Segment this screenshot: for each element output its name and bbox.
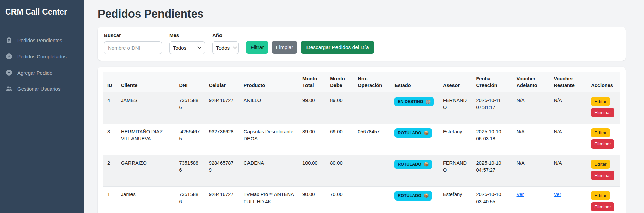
cell-monto-total: 100.00 bbox=[298, 155, 326, 187]
cell-monto-total: 99.00 bbox=[298, 92, 326, 124]
column-header-asesor: Asesor bbox=[439, 72, 472, 92]
cell-fecha: 2025-10-10 03:40:55 bbox=[472, 187, 512, 213]
edit-button[interactable]: Editar bbox=[591, 191, 610, 200]
cell-producto: ANILLO bbox=[240, 92, 299, 124]
cell-celular: 9284657879 bbox=[205, 155, 240, 187]
cell-id: 2 bbox=[103, 155, 117, 187]
edit-button[interactable]: Editar bbox=[591, 97, 610, 106]
clipboard-icon bbox=[6, 37, 12, 43]
filter-buttons: Filtrar Limpiar Descargar Pedidos del Dí… bbox=[246, 41, 374, 54]
cell-asesor: FERNANDO bbox=[439, 92, 472, 124]
delete-button[interactable]: Eliminar bbox=[591, 108, 614, 117]
year-select[interactable]: Todos bbox=[212, 41, 239, 54]
sidebar-item-pedidos-pendientes[interactable]: Pedidos Pendientes bbox=[0, 33, 84, 47]
delete-button[interactable]: Eliminar bbox=[591, 171, 614, 180]
edit-button[interactable]: Editar bbox=[591, 160, 610, 169]
cell-acciones: EditarEliminar bbox=[587, 124, 620, 155]
table-row: 3HERMITAÑO DIAZ VILLANUEVA:4256467593273… bbox=[103, 124, 620, 155]
app-root: CRM Call Center Pedidos Pendientes Pedid… bbox=[0, 0, 644, 213]
cell-estado: ROTULADO📦 bbox=[390, 187, 439, 213]
table-row: 2GARRAIZO735158869284657879CADENA100.008… bbox=[103, 155, 620, 187]
column-header-fecha-creación: Fecha Creación bbox=[472, 72, 512, 92]
delete-button[interactable]: Eliminar bbox=[591, 139, 614, 149]
cell-nro-operacion bbox=[354, 155, 390, 187]
cell-fecha: 2025-10-10 06:03:18 bbox=[472, 124, 512, 155]
voucher-adelanto-link[interactable]: Ver bbox=[517, 192, 524, 197]
status-icon: 📦 bbox=[423, 161, 429, 167]
search-field-group: Buscar bbox=[104, 32, 162, 54]
status-icon: 📦 bbox=[423, 130, 429, 136]
cell-fecha: 2025-10-10 04:57:27 bbox=[472, 155, 512, 187]
chevron-down-icon bbox=[233, 46, 237, 50]
column-header-monto-debe: Monto Debe bbox=[326, 72, 354, 92]
orders-table: IDClienteDNICelularProductoMonto TotalMo… bbox=[103, 72, 620, 213]
filter-button[interactable]: Filtrar bbox=[246, 41, 268, 54]
column-header-id: ID bbox=[103, 72, 117, 92]
cell-monto-total: 89.00 bbox=[298, 124, 326, 155]
month-label: Mes bbox=[169, 32, 205, 38]
edit-button[interactable]: Editar bbox=[591, 128, 610, 137]
column-header-estado: Estado bbox=[390, 72, 439, 92]
cell-voucher-adelanto: N/A bbox=[513, 92, 550, 124]
column-header-dni: DNI bbox=[175, 72, 205, 92]
cell-estado: ROTULADO📦 bbox=[390, 124, 439, 155]
column-header-acciones: Acciones bbox=[587, 72, 620, 92]
delete-button[interactable]: Eliminar bbox=[591, 202, 614, 211]
status-badge: ROTULADO📦 bbox=[394, 191, 432, 201]
download-orders-button[interactable]: Descargar Pedidos del Día bbox=[301, 41, 374, 54]
cell-voucher-adelanto: N/A bbox=[513, 124, 550, 155]
cell-fecha: 2025-10-11 07:31:17 bbox=[472, 92, 512, 124]
status-badge: ROTULADO📦 bbox=[394, 128, 432, 138]
column-header-voucher-adelanto: Voucher Adelanto bbox=[513, 72, 550, 92]
cell-cliente: JAMES bbox=[117, 92, 175, 124]
status-label: ROTULADO bbox=[398, 193, 421, 199]
sidebar-item-gestionar-usuarios[interactable]: Gestionar Usuarios bbox=[0, 82, 84, 96]
column-header-celular: Celular bbox=[205, 72, 240, 92]
cell-cliente: GARRAIZO bbox=[117, 155, 175, 187]
column-header-cliente: Cliente bbox=[117, 72, 175, 92]
table-row: 1James73515886928416727TVMax Pro™ ANTENA… bbox=[103, 187, 620, 213]
users-icon bbox=[6, 86, 12, 92]
cell-cliente: HERMITAÑO DIAZ VILLANUEVA bbox=[117, 124, 175, 155]
chevron-down-icon bbox=[197, 46, 201, 50]
voucher-restante-link[interactable]: Ver bbox=[554, 192, 561, 197]
column-header-voucher-restante: Voucher Restante bbox=[550, 72, 587, 92]
search-label: Buscar bbox=[104, 32, 162, 38]
cell-id: 3 bbox=[103, 124, 117, 155]
sidebar: CRM Call Center Pedidos Pendientes Pedid… bbox=[0, 0, 84, 213]
table-header: IDClienteDNICelularProductoMonto TotalMo… bbox=[103, 72, 620, 92]
check-circle-icon bbox=[6, 53, 12, 59]
cell-voucher-restante: N/A bbox=[550, 155, 587, 187]
year-field-group: Año Todos bbox=[212, 32, 239, 54]
month-select[interactable]: Todos bbox=[169, 41, 205, 54]
cell-voucher-adelanto: N/A bbox=[513, 155, 550, 187]
cell-estado: EN DESTINO🏬 bbox=[390, 92, 439, 124]
table-row: 4JAMES73515886928416727ANILLO99.0089.00E… bbox=[103, 92, 620, 124]
cell-acciones: EditarEliminar bbox=[587, 155, 620, 187]
cell-id: 4 bbox=[103, 92, 117, 124]
page-title: Pedidos Pendientes bbox=[98, 7, 626, 20]
search-input[interactable] bbox=[104, 41, 162, 54]
status-badge: ROTULADO📦 bbox=[394, 160, 432, 169]
cell-monto-debe: 80.00 bbox=[326, 155, 354, 187]
status-label: ROTULADO bbox=[398, 130, 421, 136]
cell-estado: ROTULADO📦 bbox=[390, 155, 439, 187]
sidebar-item-label: Pedidos Completados bbox=[17, 54, 67, 59]
cell-celular: 928416727 bbox=[205, 187, 240, 213]
cell-monto-total: 90.00 bbox=[298, 187, 326, 213]
cell-monto-debe: 89.00 bbox=[326, 92, 354, 124]
cell-voucher-restante: N/A bbox=[550, 124, 587, 155]
cell-celular: 928416727 bbox=[205, 92, 240, 124]
cell-voucher-adelanto: Ver bbox=[513, 187, 550, 213]
status-icon: 📦 bbox=[423, 193, 429, 199]
sidebar-item-agregar-pedido[interactable]: Agregar Pedido bbox=[0, 66, 84, 79]
sidebar-item-pedidos-completados[interactable]: Pedidos Completados bbox=[0, 50, 84, 63]
cell-producto: TVMax Pro™ ANTENA FULL HD 4K bbox=[240, 187, 299, 213]
column-header-producto: Producto bbox=[240, 72, 299, 92]
cell-nro-operacion: 05678457 bbox=[354, 124, 390, 155]
status-label: ROTULADO bbox=[398, 161, 421, 167]
cell-dni: 73515886 bbox=[175, 92, 205, 124]
clear-button[interactable]: Limpiar bbox=[272, 41, 298, 54]
sidebar-item-label: Gestionar Usuarios bbox=[17, 86, 60, 92]
cell-acciones: EditarEliminar bbox=[587, 187, 620, 213]
